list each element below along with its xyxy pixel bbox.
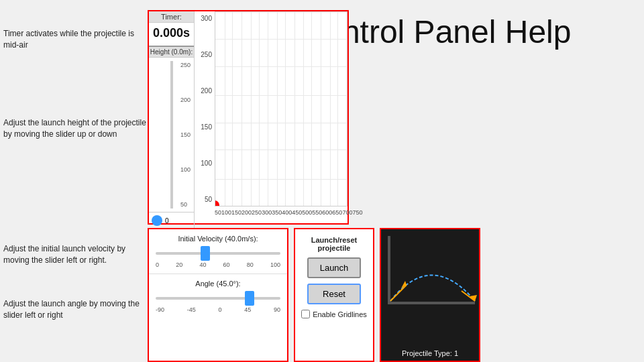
x-tick-650: 650 xyxy=(332,209,342,216)
height-tick-150: 150 xyxy=(180,131,191,138)
angle-title: Angle (45.0°): xyxy=(156,280,280,288)
timer-annotation: Timer activates while the projectile is … xyxy=(3,28,148,51)
timer-label: Timer: xyxy=(149,11,194,23)
x-tick-750: 750 xyxy=(352,209,362,216)
a-label-n45: -45 xyxy=(187,306,196,313)
x-tick-550: 550 xyxy=(312,209,322,216)
svg-rect-1 xyxy=(388,302,475,304)
angle-thumb[interactable] xyxy=(245,291,254,306)
red-dot xyxy=(215,200,219,206)
angle-block: Angle (45.0°): -90 -45 0 45 90 xyxy=(149,274,287,318)
x-tick-50: 50 xyxy=(215,209,221,216)
v-label-100: 100 xyxy=(270,261,280,268)
gridlines-checkbox[interactable] xyxy=(301,310,310,318)
graph-section: 300 250 200 150 100 50 xyxy=(195,11,347,223)
angle-labels: -90 -45 0 45 90 xyxy=(156,306,280,313)
x-tick-700: 700 xyxy=(342,209,352,216)
a-label-p90: 90 xyxy=(274,306,280,313)
height-tick-250: 250 xyxy=(180,62,191,68)
x-tick-100: 100 xyxy=(221,209,231,216)
svg-line-2 xyxy=(390,285,407,301)
y-tick-100: 100 xyxy=(201,160,212,167)
y-tick-250: 250 xyxy=(201,51,212,58)
gridlines-label: Enable Gridlines xyxy=(313,310,367,318)
velocity-block: Initial Velocity (40.0m/s): 0 20 40 60 8… xyxy=(149,229,287,274)
x-tick-250: 250 xyxy=(252,209,262,216)
preview-label: Projectile Type: 1 xyxy=(381,349,479,357)
launch-panel: Launch/reset projectile Launch Reset Ena… xyxy=(294,228,374,362)
x-tick-400: 400 xyxy=(282,209,292,216)
v-label-40: 40 xyxy=(199,261,206,268)
velocity-thumb[interactable] xyxy=(201,246,210,261)
a-label-n90: -90 xyxy=(156,306,164,313)
velocity-track xyxy=(156,252,280,255)
v-label-80: 80 xyxy=(247,261,254,268)
height-thumb-icon[interactable] xyxy=(152,215,162,226)
height-slider-bottom: 0 xyxy=(149,212,194,229)
launch-button[interactable]: Launch xyxy=(307,257,361,278)
x-tick-600: 600 xyxy=(322,209,332,216)
launch-panel-title: Launch/reset projectile xyxy=(301,236,368,252)
a-label-p45: 45 xyxy=(244,306,251,313)
bottom-controls: Initial Velocity (40.0m/s): 0 20 40 60 8… xyxy=(148,228,644,362)
y-tick-300: 300 xyxy=(201,15,212,22)
preview-panel: Projectile Type: 1 xyxy=(380,228,480,362)
v-label-20: 20 xyxy=(176,261,182,268)
svg-rect-0 xyxy=(388,236,390,303)
velocity-labels: 0 20 40 60 80 100 xyxy=(156,261,280,268)
height-tick-100: 100 xyxy=(180,166,191,173)
a-label-0: 0 xyxy=(218,306,221,313)
reset-button[interactable]: Reset xyxy=(307,284,361,304)
x-axis: 50 100 150 200 250 300 350 400 450 500 5… xyxy=(215,206,347,223)
height-zero-label: 0 xyxy=(165,217,169,225)
y-tick-150: 150 xyxy=(201,123,212,131)
x-tick-350: 350 xyxy=(272,209,282,216)
control-panel-wrapper: Timer: 0.000s Height (0.0m): 250 200 150… xyxy=(148,10,349,225)
height-tick-200: 200 xyxy=(180,97,191,103)
height-annotation: Adjust the launch height of the projecti… xyxy=(3,117,148,140)
angle-track xyxy=(156,297,280,300)
v-label-60: 60 xyxy=(223,261,230,268)
velocity-slider-container[interactable] xyxy=(156,247,280,260)
angle-annotation: Adjust the launch angle by moving the sl… xyxy=(3,298,148,321)
velocity-annotation: Adjust the initial launch velocity by mo… xyxy=(3,243,148,266)
y-tick-200: 200 xyxy=(201,87,212,95)
x-tick-450: 450 xyxy=(292,209,302,216)
height-slider-track xyxy=(170,61,173,208)
gridlines-checkbox-row[interactable]: Enable Gridlines xyxy=(301,310,367,318)
graph-plot xyxy=(215,11,347,206)
velocity-title: Initial Velocity (40.0m/s): xyxy=(156,235,280,243)
angle-slider-container[interactable] xyxy=(156,292,280,305)
y-tick-50: 50 xyxy=(205,196,212,203)
v-label-0: 0 xyxy=(156,261,159,268)
x-tick-500: 500 xyxy=(302,209,312,216)
height-label: Height (0.0m): xyxy=(149,47,194,58)
height-tick-50: 50 xyxy=(180,201,191,208)
x-tick-150: 150 xyxy=(231,209,241,216)
x-tick-200: 200 xyxy=(241,209,252,216)
timer-value: 0.000s xyxy=(149,23,194,47)
sliders-panel: Initial Velocity (40.0m/s): 0 20 40 60 8… xyxy=(148,228,288,362)
x-tick-300: 300 xyxy=(262,209,272,216)
